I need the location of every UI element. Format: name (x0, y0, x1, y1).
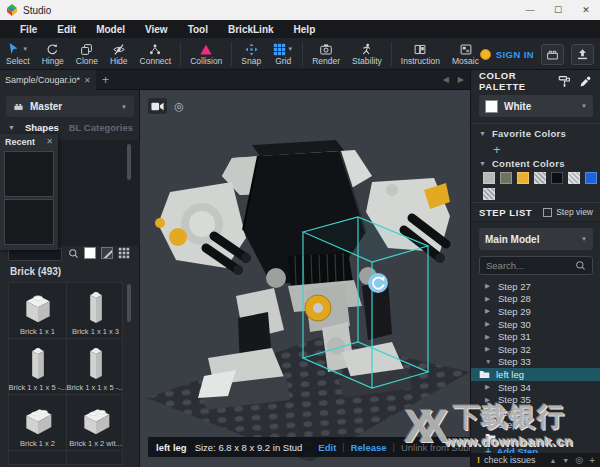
content-color-swatch[interactable] (585, 172, 597, 184)
tab-shapes[interactable]: Shapes (25, 122, 59, 133)
content-color-swatch[interactable] (517, 172, 529, 184)
step-search-input[interactable] (486, 260, 575, 271)
menu-model[interactable]: Model (86, 20, 135, 38)
part-item[interactable]: Brick 1 x 1 x 5 -... (9, 339, 66, 394)
content-color-swatch[interactable] (551, 172, 563, 184)
orbit-reset-icon[interactable]: ◎ (171, 98, 187, 114)
content-color-swatch[interactable] (483, 172, 495, 184)
step-row[interactable]: ▶Step 32 (471, 343, 600, 356)
menu-edit[interactable]: Edit (47, 20, 86, 38)
add-favorite-color-button[interactable]: + (493, 142, 501, 157)
content-colors-header[interactable]: Content Colors (492, 158, 565, 169)
content-color-swatch[interactable] (483, 188, 495, 200)
content-color-swatch[interactable] (534, 172, 546, 184)
release-link[interactable]: Release (351, 442, 387, 453)
model-3d[interactable] (140, 90, 470, 467)
grid-tool-button[interactable]: ▼ Grid (267, 38, 299, 70)
step-view-checkbox[interactable] (543, 208, 552, 217)
camera-view-button[interactable] (148, 98, 167, 114)
collision-tool-button[interactable]: Collision (184, 38, 228, 70)
plus-icon[interactable]: + (589, 455, 595, 466)
part-item[interactable]: Brick 1 x 1 x 5 -... (67, 339, 123, 394)
viewport-3d[interactable]: ◎ left leg Size: 6.8 x 8 x 9.2 in Stud E… (140, 90, 470, 467)
eyedropper-icon[interactable] (579, 75, 592, 88)
part-item[interactable] (67, 451, 123, 465)
step-row[interactable]: ▶Step 30 (471, 318, 600, 331)
scrollbar[interactable] (127, 144, 131, 180)
color-select-dropdown[interactable]: White ▼ (479, 95, 593, 117)
step-row[interactable]: ▶Step 29 (471, 305, 600, 318)
scrollbar[interactable] (127, 284, 131, 322)
part-item[interactable]: Brick 1 x 1 x 3 (67, 283, 123, 338)
document-tab[interactable]: Sample/Cougar.io* ✕ (0, 70, 96, 90)
instruction-tool-button[interactable]: Instruction (395, 38, 446, 70)
no-color-swatch[interactable] (101, 247, 113, 259)
chevron-down-icon: ▼ (581, 103, 587, 109)
tab-scroll-right-icon[interactable]: ▶ (458, 75, 464, 84)
render-tool-button[interactable]: Render (306, 38, 346, 70)
step-row[interactable]: ▼Step 37 (471, 419, 600, 432)
check-issues-bar[interactable]: ! check issues ▲ ▼ ◎ + (471, 453, 600, 467)
content-color-swatch[interactable] (568, 172, 580, 184)
content-color-swatch[interactable] (500, 172, 512, 184)
grid-view-icon[interactable] (118, 247, 130, 259)
menu-help[interactable]: Help (284, 20, 326, 38)
tab-scroll-left-icon[interactable]: ◀ (443, 75, 449, 84)
tab-close-icon[interactable]: ✕ (84, 76, 91, 85)
step-row[interactable]: ▶Step 35 (471, 393, 600, 406)
recent-slot[interactable] (4, 151, 54, 197)
connect-tool-button[interactable]: Connect (134, 38, 178, 70)
upload-button[interactable] (571, 44, 594, 65)
step-row[interactable]: ▶Step 34 (471, 381, 600, 394)
part-item[interactable]: Brick 1 x 1 (9, 283, 66, 338)
selection-name: left leg (156, 442, 187, 453)
step-row[interactable]: ▶Step 28 (471, 293, 600, 306)
search-icon[interactable] (68, 248, 79, 259)
recent-slot[interactable] (4, 199, 54, 245)
instruction-book-icon (413, 43, 427, 56)
model-selector-dropdown[interactable]: Master ▼ (6, 96, 134, 117)
step-row-selected-submodel[interactable]: left leg (471, 368, 600, 381)
select-tool-button[interactable]: ▼ Select (0, 38, 36, 70)
part-item[interactable]: Brick 1 x 2 wit... (67, 395, 123, 450)
hide-tool-button[interactable]: Hide (104, 38, 133, 70)
step-down-icon[interactable]: ▼ (562, 457, 569, 464)
sign-in-button[interactable]: SIGN IN (480, 49, 534, 60)
menu-tool[interactable]: Tool (178, 20, 218, 38)
favorite-colors-header[interactable]: Favorite Colors (492, 128, 566, 139)
step-model-dropdown[interactable]: Main Model ▼ (479, 228, 593, 250)
snap-tool-button[interactable]: Snap (235, 38, 267, 70)
paint-roller-icon[interactable] (558, 75, 571, 88)
close-icon[interactable]: ✕ (46, 137, 53, 146)
chevron-down-icon: ▼ (581, 236, 587, 242)
chevron-right-icon: ▶ (485, 320, 492, 328)
edit-submodel-link[interactable]: Edit (318, 442, 336, 453)
menu-view[interactable]: View (135, 20, 178, 38)
store-button[interactable] (541, 44, 564, 65)
step-row[interactable]: ▶Step 36 (471, 406, 600, 419)
new-tab-button[interactable]: + (102, 73, 109, 87)
tab-bl-categories[interactable]: BL Categories (69, 122, 133, 133)
submodel-badge-icon[interactable] (368, 273, 388, 293)
step-search-box[interactable] (479, 256, 593, 275)
step-row[interactable]: ▶Step 27 (471, 280, 600, 293)
chevron-down-icon[interactable]: ▼ (479, 130, 486, 137)
clone-tool-button[interactable]: Clone (70, 38, 104, 70)
menu-file[interactable]: File (10, 20, 47, 38)
menu-bricklink[interactable]: BrickLink (218, 20, 284, 38)
part-item[interactable] (9, 451, 66, 465)
close-icon[interactable]: ✕ (572, 0, 600, 20)
step-row[interactable]: ▶Step 31 (471, 330, 600, 343)
chevron-down-icon[interactable]: ▼ (479, 160, 486, 167)
hinge-tool-button[interactable]: Hinge (36, 38, 70, 70)
step-up-icon[interactable]: ▲ (549, 457, 556, 464)
visibility-icon[interactable]: ◎ (575, 455, 583, 465)
part-item[interactable]: Brick 1 x 2 (9, 395, 66, 450)
step-view-toggle[interactable]: Step view (543, 207, 593, 217)
maximize-icon[interactable]: ☐ (544, 0, 572, 20)
step-row[interactable]: ▼Step 33 (471, 356, 600, 369)
current-color-swatch[interactable] (84, 247, 96, 259)
minimize-icon[interactable]: — (516, 0, 544, 20)
step-row-submodel[interactable] (471, 431, 600, 444)
stability-tool-button[interactable]: Stability (346, 38, 388, 70)
